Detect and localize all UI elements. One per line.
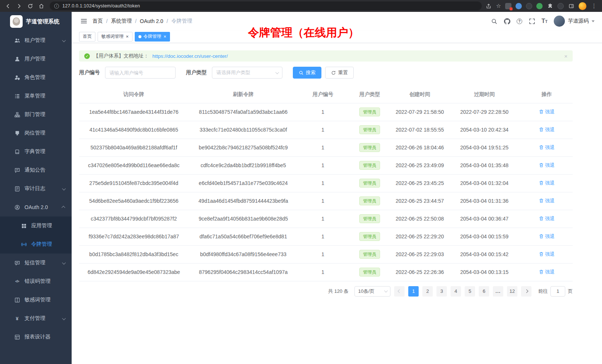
page-content: ✓ 【用户体系】文档地址： https://doc.iocoder.cn/use… xyxy=(72,43,602,364)
sidebar-item-sms[interactable]: 短信管理 xyxy=(0,254,72,272)
sidebar-item-role[interactable]: 角色管理 xyxy=(0,68,72,87)
doc-link[interactable]: https://doc.iocoder.cn/user-center/ xyxy=(153,53,228,59)
page-button-4[interactable]: 4 xyxy=(451,286,461,297)
access-token-cell: 502375b8040a469a9b82188afdf6af1f xyxy=(79,139,189,156)
expire-time-cell: 2054-03-04 00:15:42 xyxy=(448,245,521,263)
sidebar-item-label: 菜单管理 xyxy=(24,93,65,99)
app-logo[interactable]: 芋道管理系统 xyxy=(0,12,72,31)
force-logout-button[interactable]: 强退 xyxy=(539,251,555,258)
header-actions: ? TT 芋道源码 xyxy=(491,16,595,27)
browser-address-bar[interactable]: i 127.0.0.1:1024/system/oauth2/token xyxy=(50,1,482,10)
browser-actions: ☆ ⋮ xyxy=(485,2,599,10)
help-icon[interactable]: ? xyxy=(517,19,522,24)
extension-icon-badged[interactable] xyxy=(505,3,511,9)
access-token-cell: c347026e805e4d99b0d116eae66eda8c xyxy=(79,156,189,174)
browser-home-button[interactable] xyxy=(36,1,46,11)
browser-reload-button[interactable] xyxy=(25,1,35,11)
sidebar-toggle-icon[interactable] xyxy=(81,18,87,24)
page-size-select[interactable]: 10条/页 xyxy=(354,286,390,297)
sidebar-item-post[interactable]: 岗位管理 xyxy=(0,124,72,142)
tab-home[interactable]: 首页 xyxy=(79,32,95,42)
force-logout-button[interactable]: 强退 xyxy=(539,126,555,133)
sidebar-item-sensitive-word[interactable]: 敏感词管理 xyxy=(0,291,72,309)
app-shell: 芋道管理系统 租户管理 用户管理 角色管理 菜单管理 部 xyxy=(0,12,602,364)
sidebar-item-user[interactable]: 用户管理 xyxy=(0,50,72,68)
role-icon xyxy=(14,75,20,80)
force-logout-button[interactable]: 强退 xyxy=(539,198,555,204)
sidebar-item-menu[interactable]: 菜单管理 xyxy=(0,87,72,105)
force-logout-button[interactable]: 强退 xyxy=(539,180,555,186)
search-button[interactable]: 搜索 xyxy=(293,67,321,79)
site-info-icon[interactable]: i xyxy=(54,4,59,9)
extension-icon-dark-2[interactable] xyxy=(557,3,564,9)
logo-image xyxy=(10,15,23,28)
extension-icon-blue[interactable] xyxy=(516,3,522,9)
sidebar-item-label: 支付管理 xyxy=(24,315,58,322)
sidebar-item-oauth[interactable]: OAuth 2.0 xyxy=(0,198,72,216)
breadcrumb-oauth[interactable]: OAuth 2.0 xyxy=(140,18,163,24)
log-icon xyxy=(14,186,20,192)
action-cell: 强退 xyxy=(521,139,573,156)
github-icon[interactable] xyxy=(504,18,510,24)
sidebar-item-audit-log[interactable]: 审计日志 xyxy=(0,179,72,198)
force-logout-button[interactable]: 强退 xyxy=(539,215,555,222)
user-id-input[interactable] xyxy=(105,67,176,79)
search-icon[interactable] xyxy=(491,18,497,24)
sidebar-item-tenant[interactable]: 租户管理 xyxy=(0,31,72,50)
share-icon[interactable] xyxy=(485,3,492,9)
sidebar-item-error-code[interactable]: </> 错误码管理 xyxy=(0,272,72,291)
org-tree-icon xyxy=(14,112,20,118)
extensions-puzzle-icon[interactable] xyxy=(547,3,553,9)
force-logout-button[interactable]: 强退 xyxy=(539,162,555,169)
page-button-5[interactable]: 5 xyxy=(465,286,475,297)
created-time-cell: 2022-07-29 21:58:50 xyxy=(392,103,448,121)
alert-close-icon[interactable]: × xyxy=(564,53,567,59)
sidebar-item-dept[interactable]: 部门管理 xyxy=(0,105,72,124)
more-pages-button[interactable]: ... xyxy=(493,286,503,297)
table-row: 54d6be82ee5a460a9aedc1f9bf223656 49d1aa4… xyxy=(79,192,573,210)
sidebar-item-oauth-token[interactable]: 令牌管理 xyxy=(0,235,72,254)
reset-button[interactable]: 重置 xyxy=(325,67,354,79)
force-logout-button[interactable]: 强退 xyxy=(539,109,555,115)
page-button-2[interactable]: 2 xyxy=(422,286,433,297)
next-page-button[interactable] xyxy=(521,286,531,297)
browser-back-button[interactable] xyxy=(3,1,13,11)
page-button-1[interactable]: 1 xyxy=(408,286,419,297)
font-size-icon[interactable]: TT xyxy=(542,18,547,24)
extension-icon-dark[interactable] xyxy=(526,3,532,9)
sidebar-item-report-designer[interactable]: 报表设计器 xyxy=(0,328,72,346)
user-dropdown[interactable]: 芋道源码 xyxy=(554,16,595,27)
table-header-row: 访问令牌 刷新令牌 用户编号 用户类型 创建时间 过期时间 操作 xyxy=(79,86,573,103)
sidebar-item-label: 字典管理 xyxy=(24,148,65,155)
sidebar-item-payment[interactable]: ¥ 支付管理 xyxy=(0,309,72,328)
action-cell: 强退 xyxy=(521,210,573,228)
close-icon[interactable]: × xyxy=(164,34,167,39)
bookmark-star-icon[interactable]: ☆ xyxy=(496,3,501,9)
browser-profile-avatar[interactable] xyxy=(579,2,586,10)
sidebar: 芋道管理系统 租户管理 用户管理 角色管理 菜单管理 部 xyxy=(0,12,72,364)
extension-icon-green[interactable] xyxy=(536,3,543,9)
force-logout-button[interactable]: 强退 xyxy=(539,233,555,240)
sidebar-item-dict[interactable]: 字典管理 xyxy=(0,142,72,161)
force-logout-button[interactable]: 强退 xyxy=(539,144,555,151)
sidebar-item-oauth-apps[interactable]: 应用管理 xyxy=(0,216,72,235)
chevron-down-icon xyxy=(275,70,279,74)
breadcrumb-home[interactable]: 首页 xyxy=(92,18,103,24)
sidebar-item-notice[interactable]: 通知公告 xyxy=(0,161,72,179)
browser-forward-button[interactable] xyxy=(14,1,24,11)
tab-sensitive-word[interactable]: 敏感词管理 × xyxy=(98,32,132,42)
user-type-select[interactable]: 请选择用户类型 xyxy=(212,67,282,79)
goto-page-input[interactable] xyxy=(550,286,565,297)
expire-time-cell: 2054-03-04 01:32:04 xyxy=(448,174,521,192)
fullscreen-icon[interactable] xyxy=(529,18,535,24)
page-button-last[interactable]: 12 xyxy=(507,286,517,297)
tab-token[interactable]: 令牌管理 × xyxy=(135,32,170,42)
close-icon[interactable]: × xyxy=(126,34,129,39)
page-button-6[interactable]: 6 xyxy=(479,286,489,297)
page-button-3[interactable]: 3 xyxy=(436,286,447,297)
breadcrumb-system[interactable]: 系统管理 xyxy=(111,18,132,24)
side-panel-icon[interactable] xyxy=(568,3,575,9)
force-logout-button[interactable]: 强退 xyxy=(539,269,555,275)
prev-page-button[interactable] xyxy=(394,286,405,297)
browser-menu-icon[interactable]: ⋮ xyxy=(590,3,598,9)
